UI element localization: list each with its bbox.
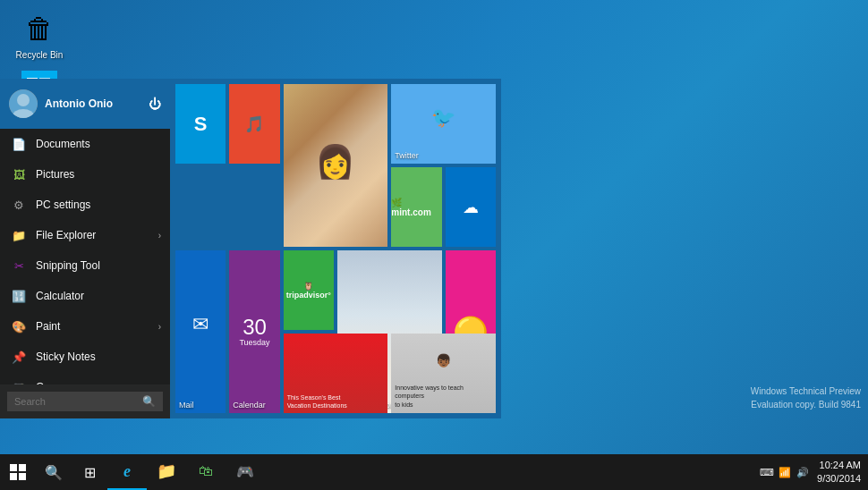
calendar-content: 30 Tuesday: [229, 250, 279, 413]
nav-item-pc-settings[interactable]: ⚙ PC settings: [0, 190, 170, 220]
sticky-notes-icon: 📌: [11, 349, 27, 365]
ie-icon: e: [123, 462, 131, 481]
tile-vacation[interactable]: This Season's BestVacation Destinations: [284, 334, 388, 413]
nav-item-paint[interactable]: 🎨 Paint ›: [0, 311, 170, 342]
file-explorer-icon: 📁: [11, 227, 27, 243]
start-menu-tiles: S 🎵 🐦 Twitter 🌿mint.com ☁: [170, 79, 501, 418]
windows-logo-icon: [10, 464, 26, 480]
twitter-label: Twitter: [395, 151, 419, 160]
start-menu-left: Antonio Onio ⏻ 📄 Documents 🖼 Pictures ⚙ …: [0, 79, 170, 418]
nav-item-documents[interactable]: 📄 Documents: [0, 129, 170, 159]
clock-date: 9/30/2014: [817, 472, 861, 486]
network-icon[interactable]: 📶: [778, 465, 792, 479]
nav-item-file-explorer[interactable]: 📁 File Explorer ›: [0, 220, 170, 250]
keyboard-icon[interactable]: ⌨: [760, 465, 774, 479]
paint-arrow: ›: [158, 322, 161, 332]
settings-icon: ⚙: [11, 197, 27, 213]
tile-mail[interactable]: ✉ Mail: [175, 250, 226, 413]
vacation-content: This Season's BestVacation Destinations: [284, 334, 388, 413]
search-wrap[interactable]: 🔍: [7, 392, 163, 411]
mail-label: Mail: [179, 401, 194, 410]
taskview-icon: ⊞: [84, 464, 96, 481]
user-avatar: [9, 89, 38, 118]
nav-item-games[interactable]: 🎮 Games: [0, 372, 170, 384]
nav-item-pictures[interactable]: 🖼 Pictures: [0, 159, 170, 190]
taskbar-store[interactable]: 🛍: [186, 454, 226, 490]
start-menu: Antonio Onio ⏻ 📄 Documents 🖼 Pictures ⚙ …: [0, 79, 501, 418]
taskbar-games[interactable]: 🎮: [226, 454, 265, 490]
taskbar: 🔍 ⊞ e 📁 🛍 🎮 ⌨ 📶 🔊 10:24 AM 9/30/2014: [0, 454, 868, 490]
tile-music[interactable]: 🎵: [229, 84, 279, 164]
tray-icons: ⌨ 📶 🔊: [760, 465, 810, 479]
tile-kids-coding[interactable]: 👦🏾 Innovative ways to teach computersto …: [391, 334, 496, 413]
photo-image: [284, 84, 388, 247]
nav-items: 📄 Documents 🖼 Pictures ⚙ PC settings 📁 F…: [0, 129, 170, 384]
snipping-icon: ✂: [11, 258, 27, 274]
file-explorer-arrow: ›: [158, 231, 161, 241]
power-button[interactable]: ⏻: [149, 97, 161, 111]
user-info: Antonio Onio: [9, 89, 113, 118]
watermark-line2: Evaluation copy. Build 9841: [751, 398, 861, 411]
paint-icon: 🎨: [11, 318, 27, 334]
kids-text: Innovative ways to teach computersto kid…: [395, 384, 492, 410]
taskbar-taskview-button[interactable]: ⊞: [72, 454, 107, 490]
documents-label: Documents: [36, 138, 90, 150]
watermark-line1: Windows Technical Preview: [751, 384, 861, 398]
nav-item-sticky-notes[interactable]: 📌 Sticky Notes: [0, 342, 170, 372]
search-bar: 🔍: [0, 384, 170, 418]
calendar-label: Calendar: [233, 401, 266, 410]
recycle-bin-icon[interactable]: 🗑 Recycle Bin: [7, 7, 72, 64]
desktop: 🗑 Recycle Bin Welcome toTech Preview: [0, 0, 868, 454]
documents-icon: 📄: [11, 136, 27, 152]
calendar-day: 30: [243, 317, 267, 338]
watermark: Windows Technical Preview Evaluation cop…: [751, 384, 861, 411]
calculator-label: Calculator: [36, 290, 84, 302]
games-nav-label: Games: [36, 381, 71, 384]
search-icon: 🔍: [142, 395, 156, 408]
tile-photo[interactable]: [284, 84, 388, 247]
snipping-label: Snipping Tool: [36, 259, 100, 272]
calculator-icon: 🔢: [11, 288, 27, 304]
nav-item-calculator[interactable]: 🔢 Calculator: [0, 281, 170, 311]
paint-label: Paint: [36, 320, 60, 333]
store-taskbar-icon: 🛍: [199, 463, 213, 479]
svg-rect-9: [10, 464, 17, 471]
pictures-icon: 🖼: [11, 166, 27, 182]
pc-settings-label: PC settings: [36, 199, 90, 211]
svg-rect-10: [19, 464, 26, 471]
recycle-bin-image: 🗑: [21, 11, 57, 46]
clock-time: 10:24 AM: [817, 459, 861, 472]
nav-item-snipping[interactable]: ✂ Snipping Tool: [0, 250, 170, 281]
system-tray: ⌨ 📶 🔊 10:24 AM 9/30/2014: [760, 459, 868, 486]
svg-rect-11: [10, 473, 17, 480]
start-button[interactable]: [0, 454, 36, 490]
file-explorer-label: File Explorer: [36, 229, 96, 241]
vacation-text: This Season's BestVacation Destinations: [287, 393, 347, 410]
tile-twitter[interactable]: 🐦 Twitter: [391, 84, 496, 164]
games-taskbar-icon: 🎮: [236, 463, 254, 480]
svg-point-7: [17, 94, 30, 106]
tile-skype[interactable]: S: [175, 84, 226, 164]
calendar-dow: Tuesday: [239, 338, 269, 347]
recycle-bin-label: Recycle Bin: [16, 50, 64, 61]
games-nav-icon: 🎮: [11, 379, 27, 384]
taskbar-file-explorer[interactable]: 📁: [147, 454, 186, 490]
search-icon: 🔍: [45, 464, 63, 481]
tile-mint[interactable]: 🌿mint.com: [391, 167, 441, 247]
taskbar-ie[interactable]: e: [107, 454, 147, 490]
pictures-label: Pictures: [36, 168, 74, 181]
sticky-notes-label: Sticky Notes: [36, 351, 96, 363]
user-header: Antonio Onio ⏻: [0, 79, 170, 129]
tile-tripadvisor[interactable]: 🦉tripadvisor°: [284, 250, 334, 330]
tile-calendar[interactable]: 30 Tuesday Calendar: [229, 250, 279, 413]
kids-icon: 👦🏾: [395, 337, 492, 384]
search-input[interactable]: [14, 396, 142, 407]
clock[interactable]: 10:24 AM 9/30/2014: [817, 459, 861, 486]
taskbar-search-button[interactable]: 🔍: [36, 454, 72, 490]
folder-icon: 📁: [157, 461, 176, 481]
tile-onedrive[interactable]: ☁: [446, 167, 496, 247]
svg-rect-12: [19, 473, 26, 480]
volume-icon[interactable]: 🔊: [796, 465, 810, 479]
user-name: Antonio Onio: [45, 97, 113, 110]
kids-content: 👦🏾 Innovative ways to teach computersto …: [391, 334, 496, 413]
